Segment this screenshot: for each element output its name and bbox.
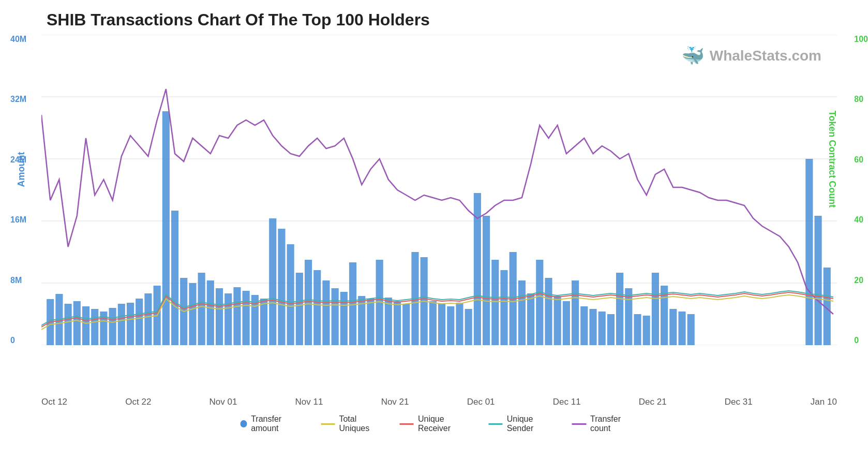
svg-rect-76	[669, 309, 677, 345]
x-label-nov01: Nov 01	[209, 397, 237, 407]
x-label-dec21: Dec 21	[639, 397, 667, 407]
svg-rect-69	[607, 314, 615, 345]
svg-rect-13	[109, 308, 116, 345]
svg-rect-60	[527, 293, 534, 345]
svg-rect-24	[207, 280, 214, 345]
legend-label-unique-sender: Unique Sender	[507, 414, 557, 433]
svg-rect-32	[278, 229, 285, 345]
svg-rect-78	[687, 314, 695, 345]
legend-label-unique-receiver: Unique Receiver	[418, 414, 473, 433]
svg-rect-27	[233, 287, 241, 345]
svg-rect-19	[162, 111, 170, 345]
svg-rect-10	[82, 306, 89, 345]
svg-rect-16	[136, 299, 143, 345]
svg-rect-64	[563, 301, 570, 345]
y-axis-left: 0 8M 16M 24M 32M 40M	[10, 35, 26, 345]
legend-dot-transfer-amount	[241, 420, 247, 427]
svg-rect-8	[65, 304, 72, 345]
svg-rect-23	[198, 273, 205, 345]
svg-rect-20	[171, 211, 178, 345]
svg-rect-11	[91, 309, 98, 345]
legend-line-unique-receiver	[400, 423, 414, 425]
svg-rect-38	[332, 288, 339, 345]
svg-rect-39	[340, 292, 348, 345]
svg-rect-30	[260, 299, 267, 345]
chart-area: 🐳 WhaleStats.com 0 8M 16M 24M 32M 40M Am…	[41, 35, 837, 387]
svg-rect-42	[367, 299, 374, 345]
x-label-nov11: Nov 11	[295, 397, 323, 407]
svg-rect-59	[518, 280, 526, 345]
y-axis-label-left: Amount	[16, 152, 27, 187]
svg-rect-63	[554, 296, 561, 345]
legend-line-total-uniques	[321, 423, 335, 425]
y-axis-right: 0 20 40 60 80 100	[854, 35, 868, 345]
svg-rect-14	[118, 304, 125, 345]
watermark-icon: 🐳	[681, 45, 705, 67]
x-label-dec01: Dec 01	[467, 397, 495, 407]
svg-rect-37	[322, 280, 330, 345]
chart-container: SHIB Transactions Chart Of The Top 100 H…	[0, 0, 868, 474]
svg-rect-33	[287, 244, 294, 345]
svg-rect-67	[589, 309, 596, 345]
svg-rect-46	[402, 304, 410, 345]
svg-rect-45	[394, 301, 401, 345]
svg-rect-73	[643, 316, 650, 345]
svg-rect-15	[127, 303, 134, 345]
svg-rect-22	[189, 283, 196, 345]
svg-rect-57	[500, 270, 507, 345]
svg-rect-80	[814, 216, 821, 345]
legend-total-uniques: Total Uniques	[321, 414, 384, 433]
legend-transfer-amount: Transfer amount	[241, 414, 306, 433]
x-label-oct12: Oct 12	[41, 397, 67, 407]
svg-rect-68	[598, 312, 606, 345]
svg-rect-65	[572, 280, 579, 345]
x-label-oct22: Oct 22	[125, 397, 151, 407]
svg-rect-17	[144, 293, 152, 345]
svg-rect-25	[216, 288, 223, 345]
svg-rect-28	[243, 291, 250, 345]
x-label-nov21: Nov 21	[381, 397, 409, 407]
svg-rect-40	[349, 262, 356, 345]
svg-rect-62	[545, 278, 552, 345]
svg-rect-61	[536, 260, 543, 345]
svg-rect-52	[456, 303, 463, 345]
svg-rect-74	[652, 273, 659, 345]
svg-rect-34	[296, 273, 303, 345]
legend-label-transfer-amount: Transfer amount	[251, 414, 305, 433]
legend-unique-receiver: Unique Receiver	[400, 414, 473, 433]
chart-title: SHIB Transactions Chart Of The Top 100 H…	[41, 10, 837, 29]
svg-rect-56	[491, 260, 499, 345]
svg-rect-31	[269, 218, 276, 345]
svg-rect-44	[385, 298, 392, 345]
main-chart	[41, 35, 837, 345]
watermark: 🐳 WhaleStats.com	[681, 45, 821, 67]
svg-rect-36	[313, 270, 321, 345]
svg-rect-72	[634, 314, 641, 345]
svg-rect-26	[225, 293, 232, 345]
legend-unique-sender: Unique Sender	[489, 414, 557, 433]
svg-rect-66	[580, 306, 588, 345]
x-label-dec31: Dec 31	[725, 397, 753, 407]
watermark-text: WhaleStats.com	[710, 48, 821, 64]
x-label-dec11: Dec 11	[553, 397, 581, 407]
svg-rect-35	[305, 260, 312, 345]
svg-rect-55	[483, 216, 490, 345]
legend: Transfer amount Total Uniques Unique Rec…	[241, 414, 638, 433]
svg-rect-9	[73, 301, 81, 345]
legend-line-transfer-count	[572, 423, 586, 425]
svg-rect-79	[805, 159, 813, 345]
svg-rect-77	[678, 312, 685, 345]
legend-label-transfer-count: Transfer count	[590, 414, 638, 433]
svg-rect-50	[438, 304, 445, 345]
svg-rect-49	[429, 301, 437, 345]
legend-label-total-uniques: Total Uniques	[339, 414, 384, 433]
svg-rect-70	[616, 273, 623, 345]
x-axis: Oct 12 Oct 22 Nov 01 Nov 11 Nov 21 Dec 0…	[41, 397, 837, 407]
legend-transfer-count: Transfer count	[572, 414, 638, 433]
x-label-jan10: Jan 10	[811, 397, 837, 407]
svg-rect-53	[465, 309, 472, 345]
svg-rect-51	[447, 306, 454, 345]
legend-line-unique-sender	[489, 423, 503, 425]
